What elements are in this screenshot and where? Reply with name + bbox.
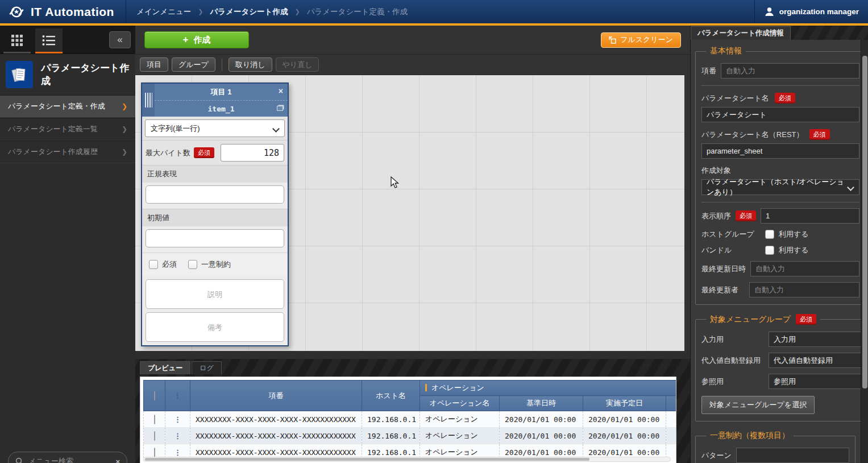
edit-toolbar: 項目 グループ 取り消し やり直し: [135, 54, 690, 75]
tab-log-label: ログ: [200, 363, 214, 373]
app-header: IT Automation メインメニュー ❯ パラメータシート作成 ❯ パラメ…: [0, 0, 868, 23]
for-substitution-value[interactable]: [769, 353, 868, 368]
scrollbar-thumb[interactable]: [145, 458, 589, 461]
tab-log[interactable]: ログ: [192, 361, 222, 374]
required-checkbox[interactable]: [149, 260, 158, 269]
user-name: organization manager: [779, 7, 859, 16]
unique-checkbox-group[interactable]: 一意制約: [188, 259, 231, 270]
chevron-right-icon: ❯: [122, 148, 127, 156]
collapse-icon: «: [117, 34, 122, 45]
breadcrumb: メインメニュー ❯ パラメータシート作成 ❯ パラメータシート定義・作成: [126, 7, 408, 17]
add-group-button[interactable]: グループ: [172, 57, 215, 72]
row-checkbox[interactable]: [154, 431, 155, 441]
create-button[interactable]: + 作成: [144, 31, 249, 48]
add-item-label: 項目: [147, 60, 161, 70]
required-checkbox-group[interactable]: 必須: [149, 259, 177, 270]
table-row: ⋮ XXXXXXXX-XXXX-XXXX-XXXX-XXXXXXXXXXXX 1…: [144, 428, 677, 444]
pattern-input[interactable]: [736, 448, 849, 463]
creation-target-select[interactable]: パラメータシート（ホスト/オペレーションあり）: [701, 179, 859, 195]
cell-base-datetime: 2020/01/01 00:00: [500, 411, 583, 428]
user-menu[interactable]: organization manager: [754, 0, 868, 23]
item-type-select[interactable]: 文字列(単一行): [145, 119, 285, 137]
cell-itemno: XXXXXXXX-XXXX-XXXX-XXXX-XXXXXXXXXXXX: [190, 411, 362, 428]
cell-last-update: [666, 411, 677, 428]
sidebar-item-definition-create[interactable]: パラメータシート定義・作成 ❯: [0, 95, 135, 118]
kebab-icon[interactable]: ⋮: [174, 448, 181, 457]
main-area: + 作成 フルスクリーン 項目 グループ 取り消し: [135, 26, 691, 463]
tab-creation-info-label: パラメータシート作成情報: [697, 28, 784, 38]
sidebar-collapse-button[interactable]: «: [109, 31, 131, 48]
undo-button[interactable]: 取り消し: [229, 57, 272, 72]
breadcrumb-parameter-sheet-creation[interactable]: パラメータシート作成: [210, 7, 288, 17]
redo-label: やり直し: [283, 60, 313, 70]
tab-preview[interactable]: プレビュー: [140, 361, 190, 374]
required-badge: 必須: [775, 93, 795, 104]
logo: IT Automation: [0, 0, 126, 23]
row-checkbox[interactable]: [154, 415, 155, 424]
panel-scrollbar[interactable]: [861, 40, 868, 463]
panel-scrollbar-thumb[interactable]: [862, 56, 867, 388]
fullscreen-icon: [609, 36, 616, 44]
last-updated-input[interactable]: [750, 261, 859, 276]
col-header-itemno[interactable]: 項番: [190, 381, 362, 411]
search-clear-icon[interactable]: ×: [115, 457, 120, 463]
max-byte-input[interactable]: [221, 144, 284, 162]
last-updater-input[interactable]: [749, 282, 859, 297]
unique-constraint-section: 一意制約（複数項目） パターン 一意制約(複数項目)を選択: [695, 431, 855, 463]
group-label: オペレーション: [431, 383, 484, 392]
popout-window-icon[interactable]: [277, 106, 283, 111]
sidebar-item-creation-history[interactable]: パラメータシート作成履歴 ❯: [0, 140, 135, 163]
sheet-canvas[interactable]: 項目 1 × item_1 文字列(単一行) 最大バイト数 必須: [135, 75, 684, 351]
main-toolbar: + 作成 フルスクリーン: [135, 26, 690, 54]
row-checkbox[interactable]: [154, 448, 155, 457]
menu-search-box[interactable]: メニュー検索 ×: [8, 452, 127, 463]
tab-menu-grid[interactable]: [3, 28, 31, 53]
hostgroup-checkbox[interactable]: [765, 230, 774, 239]
col-header-base-datetime[interactable]: 基準日時: [500, 396, 583, 411]
note-textarea[interactable]: [146, 312, 284, 342]
max-byte-label: 最大バイト数: [146, 148, 190, 158]
basic-info-section: 基本情報 項番 パラメータシート名 必須 パラメータシート名（REST） 必須: [695, 46, 866, 305]
breadcrumb-main-menu[interactable]: メインメニュー: [136, 7, 191, 17]
tab-creation-info[interactable]: パラメータシート作成情報: [691, 26, 791, 40]
unique-checkbox[interactable]: [188, 260, 197, 269]
chevron-right-icon: ❯: [122, 125, 127, 133]
sheet-rest-name-label: パラメータシート名（REST）: [701, 130, 804, 140]
for-substitution-label: 代入値自動登録用: [701, 355, 764, 366]
for-input-value[interactable]: [769, 332, 868, 347]
divider: [701, 85, 859, 86]
required-badge: 必須: [796, 314, 816, 325]
creation-target-label: 作成対象: [701, 166, 731, 176]
tab-menu-list[interactable]: [35, 28, 63, 53]
sheet-rest-name-input[interactable]: [701, 143, 859, 159]
close-icon[interactable]: ×: [279, 87, 283, 95]
select-all-header: [144, 381, 165, 411]
initial-value-input[interactable]: [146, 229, 284, 247]
select-menu-group-button[interactable]: 対象メニューグループを選択: [701, 396, 815, 414]
for-reference-value[interactable]: [769, 374, 868, 389]
col-header-scheduled-date[interactable]: 実施予定日: [583, 396, 666, 411]
drag-handle-icon[interactable]: [142, 84, 155, 117]
redo-button[interactable]: やり直し: [276, 57, 319, 72]
display-order-input[interactable]: [761, 208, 859, 224]
select-all-checkbox[interactable]: [154, 391, 155, 400]
kebab-icon[interactable]: ⋮: [174, 432, 181, 440]
horizontal-scrollbar[interactable]: [143, 457, 671, 462]
kebab-icon[interactable]: ⋮: [174, 415, 181, 424]
max-byte-row: 最大バイト数 必須: [142, 140, 288, 165]
col-header-operation-name[interactable]: オペレーション名: [420, 396, 500, 411]
preview-tabs: プレビュー ログ: [135, 359, 690, 374]
item-type-value: 文字列(単一行): [151, 123, 200, 134]
it-automation-logo-icon: [8, 3, 25, 20]
col-header-host[interactable]: ホスト名: [362, 381, 420, 411]
fullscreen-button[interactable]: フルスクリーン: [601, 32, 681, 48]
description-textarea[interactable]: [146, 279, 284, 309]
bundle-checkbox[interactable]: [765, 246, 774, 255]
col-header-last-update[interactable]: 最終更新日時: [666, 396, 677, 411]
sidebar-item-definition-list[interactable]: パラメータシート定義一覧 ❯: [0, 118, 135, 140]
add-item-button[interactable]: 項目: [140, 57, 168, 72]
itemno-input[interactable]: [721, 63, 859, 78]
regex-input[interactable]: [146, 185, 284, 204]
sheet-name-input[interactable]: [701, 107, 859, 122]
cell-base-datetime: 2020/01/01 00:00: [500, 428, 583, 444]
